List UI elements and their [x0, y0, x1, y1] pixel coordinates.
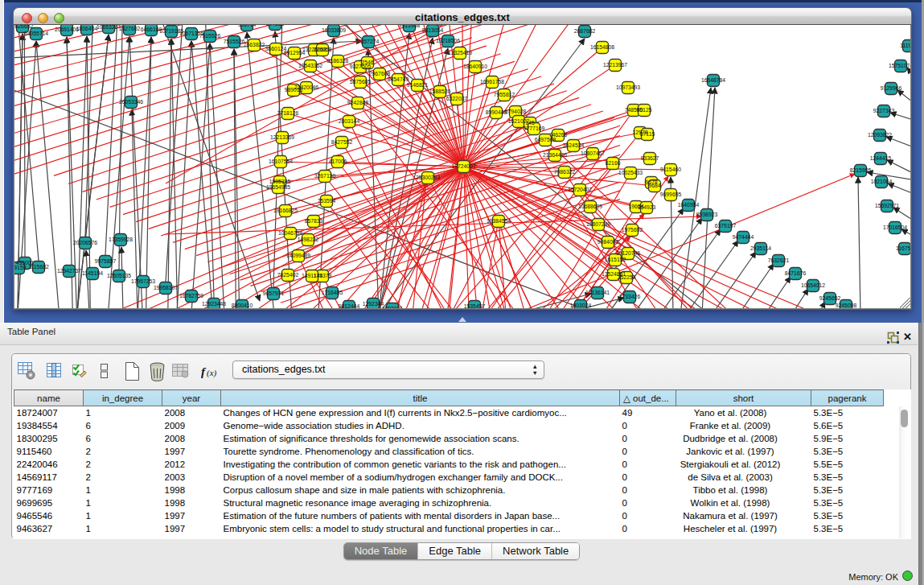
svg-text:10025433: 10025433	[618, 170, 643, 175]
svg-text:10120746: 10120746	[616, 250, 640, 256]
svg-text:9684: 9684	[648, 183, 660, 188]
svg-text:2546: 2546	[361, 60, 373, 65]
svg-text:16961758: 16961758	[480, 79, 504, 84]
svg-text:39159: 39159	[14, 265, 27, 270]
svg-text:12093822: 12093822	[868, 132, 892, 138]
svg-text:226058: 226058	[314, 47, 332, 52]
svg-text:14099489: 14099489	[286, 253, 310, 258]
svg-text:9245098: 9245098	[836, 303, 857, 308]
svg-text:16107554: 16107554	[269, 159, 293, 164]
svg-text:8186328: 8186328	[327, 58, 349, 64]
svg-text:8454749: 8454749	[388, 76, 409, 82]
svg-text:6379197: 6379197	[715, 223, 737, 229]
svg-text:10654012: 10654012	[801, 282, 825, 288]
svg-text:1733426: 1733426	[619, 294, 641, 299]
svg-text:1716485: 1716485	[322, 290, 343, 295]
svg-text:2935114: 2935114	[750, 245, 771, 251]
svg-text:1145194: 1145194	[82, 270, 103, 276]
svg-text:9227343: 9227343	[873, 108, 895, 113]
svg-text:20691406: 20691406	[55, 27, 79, 32]
svg-text:1535457: 1535457	[464, 303, 486, 309]
svg-text:15720407: 15720407	[568, 187, 592, 192]
svg-text:12213967: 12213967	[603, 62, 627, 68]
svg-text:7515526: 7515526	[199, 33, 221, 39]
svg-text:9657971: 9657971	[263, 290, 285, 296]
svg-text:111975: 111975	[900, 43, 911, 48]
svg-text:8813054: 8813054	[422, 27, 444, 33]
svg-text:2803144: 2803144	[339, 118, 360, 124]
svg-text:14136141: 14136141	[585, 290, 610, 295]
svg-text:3624534: 3624534	[563, 142, 585, 148]
svg-text:753594: 753594	[318, 198, 336, 204]
svg-text:9115460: 9115460	[660, 167, 681, 172]
svg-text:1093031: 1093031	[382, 306, 404, 309]
svg-text:2687682: 2687682	[574, 28, 596, 34]
svg-text:1527602: 1527602	[119, 26, 141, 31]
svg-text:62160: 62160	[606, 160, 621, 166]
svg-text:1244415: 1244415	[870, 155, 892, 161]
svg-text:252254: 252254	[618, 274, 636, 280]
svg-text:19166825: 19166825	[273, 208, 298, 213]
svg-text:17016504: 17016504	[883, 225, 907, 230]
svg-text:6794028: 6794028	[505, 109, 527, 114]
svg-text:10688609: 10688609	[578, 204, 602, 209]
svg-text:8900410: 8900410	[232, 303, 253, 308]
svg-text:19218506: 19218506	[436, 38, 460, 43]
svg-text:19384554: 19384554	[487, 218, 511, 224]
svg-text:1491144: 1491144	[302, 273, 322, 278]
svg-text:9474444: 9474444	[733, 234, 754, 240]
svg-text:2967608: 2967608	[369, 71, 391, 76]
svg-text:18724007: 18724007	[451, 163, 475, 169]
svg-text:3267130: 3267130	[314, 173, 336, 179]
svg-text:16782759: 16782759	[179, 293, 203, 299]
svg-text:10653267: 10653267	[97, 25, 121, 30]
svg-text:1905345: 1905345	[269, 179, 291, 184]
svg-text:19654985: 19654985	[266, 184, 290, 190]
svg-text:804533: 804533	[266, 25, 285, 27]
svg-text:989013: 989013	[285, 87, 303, 93]
svg-text:905714: 905714	[238, 25, 257, 27]
svg-text:954923: 954923	[638, 204, 656, 210]
svg-text:12942737: 12942737	[57, 268, 81, 274]
svg-text:8938923: 8938923	[696, 212, 718, 217]
svg-text:17957253: 17957253	[131, 278, 155, 284]
svg-text:7663822: 7663822	[244, 42, 265, 47]
svg-text:16033809: 16033809	[322, 27, 346, 33]
svg-text:10973493: 10973493	[616, 84, 640, 90]
svg-text:25300293: 25300293	[416, 175, 440, 180]
svg-text:17359928: 17359928	[109, 237, 133, 242]
svg-text:10543362: 10543362	[298, 63, 322, 68]
svg-text:10046758: 10046758	[278, 230, 302, 236]
svg-text:8471676: 8471676	[785, 270, 807, 276]
svg-text:7955812: 7955812	[494, 92, 515, 97]
svg-text:12505135: 12505135	[107, 273, 131, 278]
svg-text:7632621: 7632621	[768, 257, 790, 263]
svg-text:145: 145	[525, 120, 535, 126]
svg-text:16648784: 16648784	[701, 77, 725, 83]
svg-text:18640910: 18640910	[463, 64, 487, 69]
svg-text:2718126: 2718126	[277, 110, 299, 116]
svg-text:10807467: 10807467	[581, 150, 605, 156]
svg-text:2626652: 2626652	[14, 25, 33, 29]
svg-text:15692971: 15692971	[875, 203, 899, 208]
svg-text:1292344: 1292344	[363, 301, 384, 307]
svg-text:116753: 116753	[896, 245, 911, 251]
svg-text:8990448: 8990448	[486, 109, 507, 115]
svg-text:20053346: 20053346	[119, 99, 143, 105]
svg-text:6322037: 6322037	[446, 96, 468, 101]
svg-text:8427552: 8427552	[331, 139, 353, 145]
svg-text:9777169: 9777169	[524, 126, 545, 131]
svg-text:9699695: 9699695	[660, 192, 682, 197]
svg-text:57115: 57115	[640, 131, 655, 137]
svg-text:19958107: 19958107	[154, 285, 178, 290]
svg-text:9129966: 9129966	[881, 85, 902, 91]
svg-text:8215955: 8215955	[850, 167, 872, 173]
svg-text:9084067: 9084067	[598, 239, 619, 245]
svg-text:1021064: 1021064	[871, 179, 893, 184]
svg-text:5875685: 5875685	[350, 79, 372, 84]
svg-text:21364436: 21364436	[543, 152, 567, 158]
svg-text:9975857: 9975857	[95, 258, 117, 264]
svg-text:9915908: 9915908	[399, 25, 421, 28]
svg-text:15751074: 15751074	[889, 63, 911, 68]
svg-text:1640954: 1640954	[678, 202, 700, 208]
